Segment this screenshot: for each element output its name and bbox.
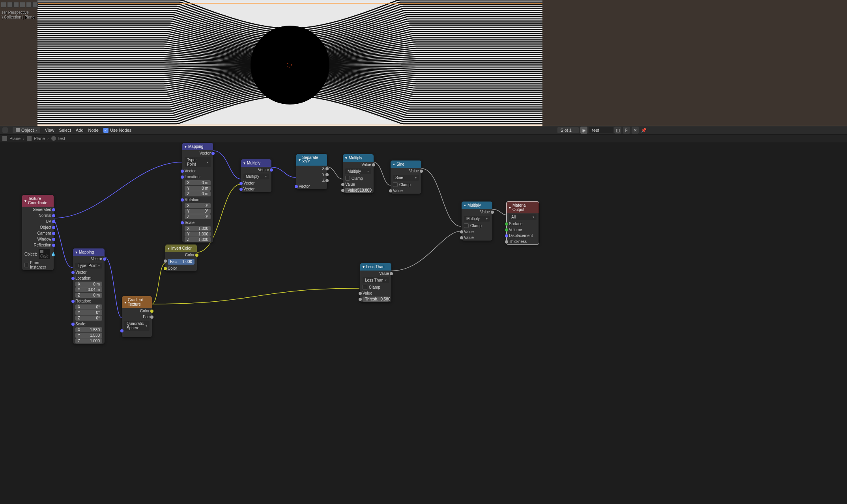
output-vector: Vector bbox=[185, 151, 211, 155]
output-camera: Camera bbox=[24, 231, 51, 235]
slot-dropdown[interactable]: Slot 1 bbox=[557, 127, 579, 133]
output-value: Value bbox=[464, 210, 490, 214]
clamp-checkbox[interactable]: Clamp bbox=[391, 181, 421, 188]
material-name-field[interactable]: test bbox=[589, 127, 613, 133]
rot-x[interactable]: X0° bbox=[75, 304, 102, 310]
scale-y[interactable]: Y1.000 bbox=[185, 231, 211, 237]
loc-y[interactable]: Y-0.04 m bbox=[75, 287, 102, 292]
node-texture-coordinate[interactable]: ▾Texture Coordinate Generated Normal UV … bbox=[22, 195, 54, 270]
clamp-checkbox[interactable]: Clamp bbox=[360, 284, 391, 290]
input-thickness: Thickness bbox=[509, 239, 537, 244]
tool-icon[interactable] bbox=[13, 2, 19, 7]
browse-icon[interactable]: ◫ bbox=[614, 127, 621, 134]
menu-add[interactable]: Add bbox=[76, 128, 84, 133]
operation-dropdown[interactable]: Sine▾ bbox=[393, 175, 419, 181]
scale-y[interactable]: Y1.530 bbox=[75, 333, 102, 338]
scale-x[interactable]: X1.000 bbox=[185, 226, 211, 231]
menu-view[interactable]: View bbox=[45, 128, 54, 133]
object-field[interactable]: Obje bbox=[39, 249, 50, 259]
loc-y[interactable]: Y0 m bbox=[185, 186, 211, 191]
target-dropdown[interactable]: All▾ bbox=[509, 214, 537, 220]
menu-node[interactable]: Node bbox=[88, 128, 99, 133]
node-material-output[interactable]: ▾Material Output All▾ Surface Volume Dis… bbox=[507, 202, 539, 245]
viewport-toolbar[interactable] bbox=[1, 2, 38, 7]
rot-x[interactable]: X0° bbox=[185, 203, 211, 208]
node-less-than[interactable]: ▾Less Than Value Less Than▾ Clamp Value … bbox=[360, 263, 391, 302]
unlink-icon[interactable]: ✕ bbox=[632, 127, 639, 134]
input-value-1: Value bbox=[464, 230, 490, 234]
tool-icon[interactable] bbox=[26, 2, 32, 7]
node-math-sine[interactable]: ▾Sine Value Sine▾ Clamp Value bbox=[391, 161, 421, 194]
chevron-down-icon: ▾ bbox=[24, 199, 26, 203]
breadcrumb-item[interactable]: test bbox=[58, 136, 65, 141]
check-icon: ✓ bbox=[103, 128, 108, 133]
from-instancer-checkbox[interactable]: From Instancer bbox=[22, 260, 54, 270]
breadcrumb-item[interactable]: Plane bbox=[9, 136, 21, 141]
eyedropper-icon[interactable]: 💧 bbox=[51, 252, 56, 256]
node-separate-xyz[interactable]: ▾Separate XYZ X Y Z Vector bbox=[296, 154, 327, 189]
gradient-type-dropdown[interactable]: Quadratic Sphere▾ bbox=[124, 321, 150, 331]
scale-label: Scale: bbox=[75, 322, 102, 326]
clamp-checkbox[interactable]: Clamp bbox=[343, 175, 374, 181]
scale-x[interactable]: X1.530 bbox=[75, 327, 102, 332]
threshold-field[interactable]: Thresh...0.580 bbox=[363, 297, 389, 302]
tool-icon[interactable] bbox=[7, 2, 13, 7]
scale-z[interactable]: Z1.000 bbox=[185, 237, 211, 242]
use-nodes-checkbox[interactable]: ✓Use Nodes bbox=[103, 128, 131, 133]
tool-icon[interactable] bbox=[1, 2, 6, 7]
pin-icon[interactable]: 📌 bbox=[640, 127, 647, 134]
type-dropdown[interactable]: Type: Point▾ bbox=[75, 263, 102, 269]
node-mapping-1[interactable]: ▾Mapping Vector Type: Point▾ Vector Loca… bbox=[182, 143, 213, 243]
use-nodes-label: Use Nodes bbox=[110, 128, 131, 133]
tool-icon[interactable] bbox=[20, 2, 25, 7]
world-icon[interactable] bbox=[2, 136, 7, 141]
fac-slider[interactable]: Fac1.000 bbox=[168, 259, 194, 265]
loc-z[interactable]: Z0 m bbox=[185, 191, 211, 196]
node-title: Separate XYZ bbox=[302, 155, 325, 164]
input-vector-2: Vector bbox=[243, 187, 269, 191]
node-editor-canvas[interactable]: ▾Texture Coordinate Generated Normal UV … bbox=[0, 142, 847, 504]
node-math-multiply-2[interactable]: ▾Multiply Value Multiply▾ Clamp Value Va… bbox=[462, 202, 492, 241]
node-title: Less Than bbox=[366, 265, 385, 269]
operation-dropdown[interactable]: Multiply▾ bbox=[243, 174, 269, 179]
node-invert-color[interactable]: ▾Invert Color Color Fac1.000 Color bbox=[165, 245, 197, 271]
node-gradient-texture[interactable]: ▾Gradient Texture Color Fac Quadratic Sp… bbox=[122, 296, 152, 337]
scale-label: Scale: bbox=[185, 220, 211, 225]
tool-icon[interactable] bbox=[32, 2, 38, 7]
input-value: Value bbox=[393, 189, 419, 193]
clamp-checkbox[interactable]: Clamp bbox=[462, 222, 492, 229]
rot-z[interactable]: Z0° bbox=[75, 315, 102, 321]
node-math-multiply-1[interactable]: ▾Multiply Value Multiply▾ Clamp Value Va… bbox=[343, 154, 374, 193]
copy-icon[interactable]: ⎘ bbox=[623, 127, 630, 134]
mode-dropdown[interactable]: Object▾ bbox=[13, 127, 40, 133]
output-vector: Vector bbox=[243, 168, 269, 172]
chevron-down-icon: ▾ bbox=[75, 250, 77, 254]
chevron-right-icon: › bbox=[47, 136, 49, 141]
input-value-2: Value bbox=[464, 235, 490, 240]
rot-y[interactable]: Y0° bbox=[75, 310, 102, 315]
rot-z[interactable]: Z0° bbox=[185, 214, 211, 219]
node-vector-multiply[interactable]: ▾Multiply Vector Multiply▾ Vector Vector bbox=[241, 159, 271, 192]
node-mapping-2[interactable]: ▾Mapping Vector Type: Point▾ Vector Loca… bbox=[73, 248, 105, 344]
chevron-down-icon: ▾ bbox=[509, 205, 511, 210]
value-2-field[interactable]: Value510.800 bbox=[345, 188, 371, 193]
node-editor-header: Object▾ View Select Add Node ✓Use Nodes … bbox=[0, 126, 847, 134]
type-dropdown[interactable]: Type: Point▾ bbox=[185, 157, 211, 167]
operation-dropdown[interactable]: Multiply▾ bbox=[345, 168, 371, 174]
loc-x[interactable]: X0 m bbox=[185, 180, 211, 185]
loc-x[interactable]: X0 m bbox=[75, 282, 102, 287]
output-uv: UV bbox=[24, 219, 51, 224]
breadcrumb-item[interactable]: Plane bbox=[34, 136, 45, 141]
3d-viewport[interactable]: ser Perspective ) Collection | Plane bbox=[0, 0, 847, 126]
editor-type-icon[interactable] bbox=[2, 127, 8, 133]
output-reflection: Reflection bbox=[24, 243, 51, 247]
operation-dropdown[interactable]: Multiply▾ bbox=[464, 216, 490, 222]
rot-y[interactable]: Y0° bbox=[185, 209, 211, 214]
node-title: Mapping bbox=[79, 250, 94, 254]
chevron-down-icon: ▾ bbox=[168, 246, 170, 250]
menu-select[interactable]: Select bbox=[59, 128, 71, 133]
scale-z[interactable]: Z1.000 bbox=[75, 338, 102, 343]
loc-z[interactable]: Z0 m bbox=[75, 293, 102, 298]
operation-dropdown[interactable]: Less Than▾ bbox=[363, 277, 389, 283]
material-picker-icon[interactable]: ◉ bbox=[580, 127, 587, 134]
